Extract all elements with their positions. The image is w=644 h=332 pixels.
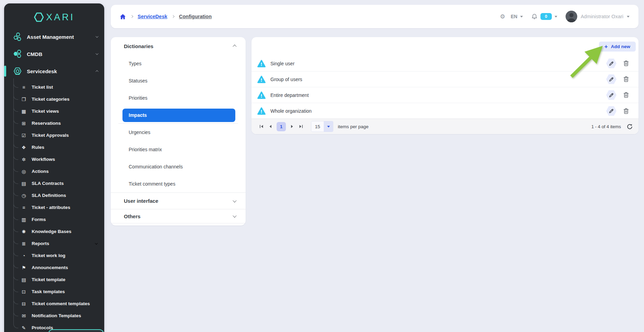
sidebar-subitem[interactable]: ✲ Workflows xyxy=(4,153,104,165)
add-new-button[interactable]: + Add new xyxy=(599,42,636,52)
breadcrumb-link-servicedesk[interactable]: ServiceDesk xyxy=(138,14,167,19)
sidebar-subitem[interactable]: ❐ Ticket categories xyxy=(4,93,104,105)
section-others[interactable]: Others xyxy=(111,209,246,223)
sidebar-subitem[interactable]: ≣ Reports xyxy=(4,237,104,250)
breadcrumb-current-configuration[interactable]: Configuration xyxy=(179,14,212,19)
sidebar-subitem[interactable]: ✉ Notification Templates xyxy=(4,310,104,322)
page-size-select[interactable]: 15 xyxy=(311,121,333,132)
dictionaries-accordion-header[interactable]: Dictionaries xyxy=(111,37,246,55)
impact-row: Group of users xyxy=(251,71,638,87)
dictionaries-panel: Dictionaries Types Statuses Priorities I… xyxy=(111,37,246,225)
sidebar-subitem[interactable]: ⊞ Reservations xyxy=(4,117,104,129)
language-selector[interactable]: EN xyxy=(511,14,523,19)
protocols-icon: ✎ xyxy=(20,325,28,331)
sidebar-item-servicedesk[interactable]: Servicedesk xyxy=(4,63,104,80)
previous-page-button[interactable] xyxy=(266,122,275,131)
sidebar-subitem[interactable]: ⊡ Task templates xyxy=(4,286,104,298)
breadcrumb-separator xyxy=(172,15,174,18)
sidebar-subitem[interactable]: ▥ Forms xyxy=(4,213,104,225)
sidebar-subitem[interactable]: ◔ Ticket work log xyxy=(4,250,104,262)
chevron-down-icon xyxy=(96,35,98,37)
pencil-icon xyxy=(609,77,614,82)
pagination-bar: 1 15 items per page 1 - 4 of 4 items xyxy=(251,119,638,134)
ticket-attributes-icon: ≡ xyxy=(20,205,28,210)
delete-button[interactable] xyxy=(623,91,630,99)
trash-icon xyxy=(623,91,630,99)
sidebar: XARI Asset Management CMDB xyxy=(4,3,104,332)
edit-button[interactable] xyxy=(606,58,616,69)
caret-down-icon xyxy=(555,16,557,18)
sidebar-item-cmdb[interactable]: CMDB xyxy=(4,45,104,63)
pencil-icon xyxy=(609,108,614,114)
impacts-list: Single user xyxy=(251,56,638,119)
warning-triangle-icon xyxy=(257,59,266,68)
top-bar: ServiceDesk Configuration ⚙ EN 0 Admi xyxy=(111,5,638,28)
warning-triangle-icon xyxy=(257,75,266,84)
breadcrumb: ServiceDesk Configuration xyxy=(120,14,212,20)
notification-count-badge: 0 xyxy=(540,13,552,20)
announcements-icon: ⚑ xyxy=(20,265,28,270)
refresh-button[interactable] xyxy=(626,123,633,130)
sidebar-subitem[interactable]: ✺ Knowledge Bases xyxy=(4,225,104,237)
caret-down-icon xyxy=(520,16,523,18)
sidebar-subitem[interactable]: ≡ Ticket - attributes xyxy=(4,201,104,213)
section-user-interface[interactable]: User interface xyxy=(111,192,246,209)
settings-gear-icon[interactable]: ⚙ xyxy=(500,13,505,20)
impacts-card: + Add new Single user xyxy=(251,37,638,134)
dictionary-item[interactable]: Impacts xyxy=(111,107,246,124)
sidebar-subitem[interactable]: ≡ Ticket list xyxy=(4,81,104,93)
pencil-icon xyxy=(609,92,614,98)
edit-button[interactable] xyxy=(606,74,616,85)
ticket-views-icon: ▦ xyxy=(20,109,28,114)
refresh-icon xyxy=(626,123,633,130)
dictionary-item[interactable]: Urgencies xyxy=(111,124,246,141)
delete-button[interactable] xyxy=(623,76,630,83)
chevron-down-icon xyxy=(95,242,98,244)
sidebar-subitem[interactable]: ◷ SLA Definitions xyxy=(4,189,104,201)
breadcrumb-separator xyxy=(130,15,133,18)
sidebar-subitem[interactable]: ▦ Ticket views xyxy=(4,105,104,117)
sidebar-active-subitem-partial[interactable] xyxy=(48,329,104,332)
last-page-button[interactable] xyxy=(297,122,305,131)
sla-definitions-icon: ◷ xyxy=(20,193,28,198)
dictionary-item[interactable]: Priorities xyxy=(111,89,246,107)
sidebar-subitem[interactable]: ⚑ Announcements xyxy=(4,262,104,274)
workflows-icon: ✲ xyxy=(20,157,28,162)
user-menu[interactable]: Administrator Oxari xyxy=(566,11,630,22)
dictionary-item[interactable]: Communication channels xyxy=(111,158,246,175)
plus-icon: + xyxy=(604,44,608,49)
notifications-dropdown[interactable]: 0 xyxy=(531,13,557,20)
page-number-button[interactable]: 1 xyxy=(277,122,286,131)
sidebar-subitem[interactable]: ☑ Ticket Approvals xyxy=(4,129,104,141)
chevron-down-icon xyxy=(233,214,236,218)
knowledge-bases-icon: ✺ xyxy=(20,229,28,234)
edit-button[interactable] xyxy=(606,106,616,116)
servicedesk-submenu: ≡ Ticket list ❐ Ticket categories ▦ Tick… xyxy=(4,81,104,332)
edit-button[interactable] xyxy=(606,90,616,100)
dictionary-item[interactable]: Types xyxy=(111,55,246,72)
delete-button[interactable] xyxy=(623,60,630,67)
home-icon[interactable] xyxy=(120,14,126,20)
actions-icon: ◎ xyxy=(20,169,28,174)
first-page-button[interactable] xyxy=(257,122,266,131)
sidebar-subitem[interactable]: ❖ Rules xyxy=(4,141,104,153)
trash-icon xyxy=(623,60,630,67)
sidebar-subitem[interactable]: ▤ SLA Contracts xyxy=(4,177,104,189)
warning-triangle-icon xyxy=(257,91,266,99)
next-page-button[interactable] xyxy=(288,122,297,131)
notification-templates-icon: ✉ xyxy=(20,313,28,319)
logo-hexagon-icon xyxy=(34,12,44,22)
ticket-categories-icon: ❐ xyxy=(20,97,28,102)
pencil-icon xyxy=(609,61,614,66)
dictionary-item[interactable]: Statuses xyxy=(111,72,246,89)
sidebar-subitem[interactable]: ⊟ Ticket comment templates xyxy=(4,298,104,310)
sidebar-subitem[interactable]: ▤ Ticket template xyxy=(4,274,104,286)
delete-button[interactable] xyxy=(623,108,630,115)
trash-icon xyxy=(623,76,630,83)
sidebar-item-asset-management[interactable]: Asset Management xyxy=(4,28,104,45)
bell-icon xyxy=(531,13,538,20)
dictionary-item[interactable]: Ticket comment types xyxy=(111,175,246,192)
task-templates-icon: ⊡ xyxy=(20,289,28,295)
dictionary-item[interactable]: Priorities matrix xyxy=(111,141,246,158)
sidebar-subitem[interactable]: ◎ Actions xyxy=(4,165,104,177)
